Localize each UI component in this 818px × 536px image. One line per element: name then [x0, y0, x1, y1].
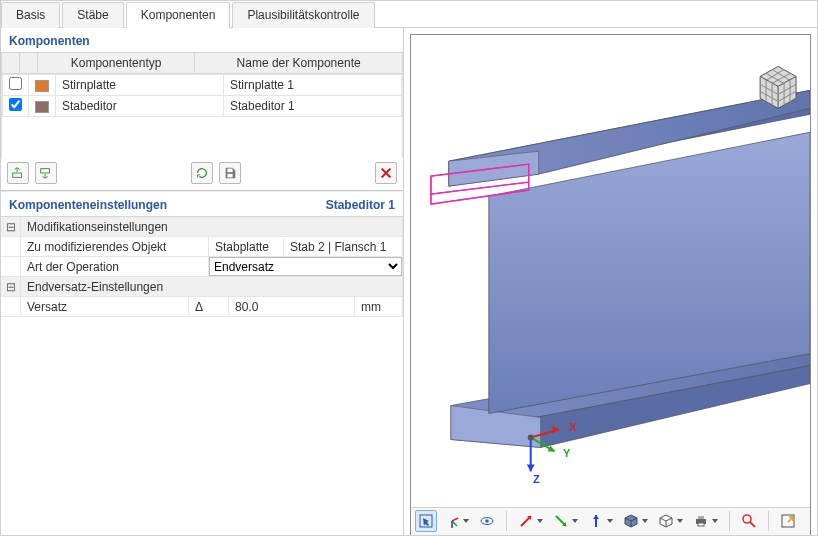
- right-panel: X Y Z: [404, 28, 817, 535]
- chevron-down-icon: [677, 519, 683, 523]
- cell-name: Stabeditor 1: [224, 96, 402, 117]
- cell-type: Stirnplatte: [56, 75, 224, 96]
- print-button[interactable]: [690, 510, 721, 532]
- chevron-down-icon: [607, 519, 613, 523]
- insert-row-above-button[interactable]: [7, 162, 29, 184]
- settings-current-component: Stabeditor 1: [326, 198, 395, 212]
- tab-plausibilitaet[interactable]: Plausibilitätskontrolle: [232, 2, 374, 28]
- view-x-button[interactable]: [515, 510, 546, 532]
- svg-rect-2: [227, 169, 232, 173]
- svg-marker-45: [593, 515, 599, 519]
- app-window: Basis Stäbe Komponenten Plausibilitätsko…: [0, 0, 818, 536]
- components-table: Komponententyp Name der Komponente: [1, 52, 403, 74]
- save-button[interactable]: [219, 162, 241, 184]
- refresh-button[interactable]: [191, 162, 213, 184]
- axis-z-label: Z: [533, 473, 540, 485]
- chevron-down-icon: [712, 519, 718, 523]
- beam-render: [411, 35, 810, 507]
- svg-rect-3: [227, 174, 232, 178]
- view-z-button[interactable]: [585, 510, 616, 532]
- svg-line-35: [452, 518, 458, 521]
- view-eye-button[interactable]: [476, 510, 498, 532]
- settings-header: Komponenteneinstellungen Stabeditor 1: [1, 191, 403, 216]
- color-swatch: [35, 80, 49, 92]
- axis-triad-button[interactable]: [441, 510, 472, 532]
- label-object: Zu modifizierendes Objekt: [21, 237, 209, 256]
- label-operation: Art der Operation: [21, 257, 209, 276]
- view-y-button[interactable]: [550, 510, 581, 532]
- components-toolbar: [1, 158, 403, 191]
- components-title: Komponenten: [1, 28, 403, 52]
- svg-rect-1: [41, 169, 50, 173]
- section-modifikation: Modifikationseinstellungen: [21, 217, 403, 236]
- tab-komponenten[interactable]: Komponenten: [126, 2, 231, 28]
- offset-value[interactable]: 80.0: [229, 297, 355, 316]
- offset-unit: mm: [355, 297, 403, 316]
- col-check: [2, 53, 20, 74]
- tab-basis[interactable]: Basis: [1, 2, 60, 28]
- new-window-button[interactable]: [777, 510, 799, 532]
- col-type: Komponententyp: [38, 53, 195, 74]
- svg-point-39: [485, 520, 489, 524]
- chevron-down-icon: [537, 519, 543, 523]
- 3d-viewport[interactable]: X Y Z: [411, 35, 810, 507]
- col-name: Name der Komponente: [195, 53, 403, 74]
- viewer-frame: X Y Z: [410, 34, 811, 535]
- settings-title-label: Komponenteneinstellungen: [9, 198, 167, 212]
- insert-row-below-button[interactable]: [35, 162, 57, 184]
- label-offset: Versatz: [21, 297, 189, 316]
- row-checkbox[interactable]: [9, 77, 22, 90]
- operation-select[interactable]: Endversatz: [209, 257, 402, 276]
- svg-marker-32: [527, 464, 535, 471]
- viewer-toolbar: [411, 507, 810, 535]
- select-mode-button[interactable]: [415, 510, 437, 532]
- section-endversatz: Endversatz-Einstellungen: [21, 277, 403, 296]
- tab-staebe[interactable]: Stäbe: [62, 2, 123, 28]
- cell-name: Stirnplatte 1: [224, 75, 402, 96]
- render-style-button[interactable]: [655, 510, 686, 532]
- color-swatch: [35, 101, 49, 113]
- axis-x-label: X: [569, 421, 576, 433]
- chevron-down-icon: [642, 519, 648, 523]
- svg-rect-51: [698, 516, 704, 519]
- col-color: [20, 53, 38, 74]
- collapse-toggle[interactable]: ⊟: [1, 277, 21, 296]
- delta-symbol: Δ: [189, 297, 229, 316]
- svg-rect-0: [13, 173, 22, 177]
- value-object[interactable]: Stabplatte Stab 2 | Flansch 1: [209, 237, 403, 256]
- tab-bar: Basis Stäbe Komponenten Plausibilitätsko…: [1, 1, 817, 28]
- delete-button[interactable]: [375, 162, 397, 184]
- axis-y-label: Y: [563, 447, 570, 459]
- settings-grid: ⊟ Modifikationseinstellungen Zu modifizi…: [1, 216, 403, 317]
- row-checkbox[interactable]: [9, 98, 22, 111]
- left-panel: Komponenten Komponententyp Name der Komp…: [1, 28, 404, 535]
- svg-line-54: [750, 522, 755, 527]
- isometric-view-button[interactable]: [620, 510, 651, 532]
- table-row[interactable]: Stabeditor Stabeditor 1: [3, 96, 402, 117]
- svg-rect-52: [698, 523, 704, 526]
- svg-point-53: [743, 515, 751, 523]
- chevron-down-icon: [572, 519, 578, 523]
- cell-type: Stabeditor: [56, 96, 224, 117]
- search-button[interactable]: [738, 510, 760, 532]
- svg-point-33: [528, 434, 534, 440]
- chevron-down-icon: [463, 519, 469, 523]
- table-row[interactable]: Stirnplatte Stirnplatte 1: [3, 75, 402, 96]
- collapse-toggle[interactable]: ⊟: [1, 217, 21, 236]
